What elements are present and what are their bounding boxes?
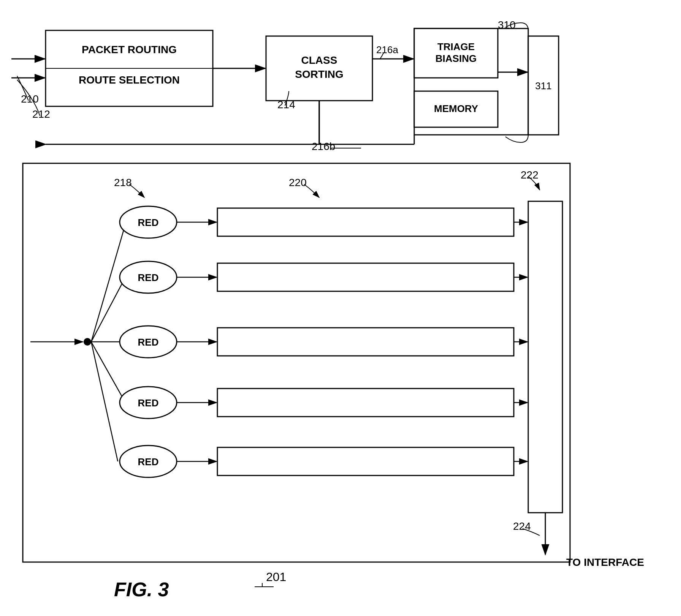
queue-box-4 <box>217 389 514 417</box>
ref-201: 201 <box>266 570 286 584</box>
red-label-3: RED <box>138 336 159 348</box>
diagram-container: PACKET ROUTING ROUTE SELECTION 210 212 C… <box>0 0 681 616</box>
memory-label: MEMORY <box>434 103 478 114</box>
ref-220: 220 <box>289 177 307 188</box>
red-label-1: RED <box>138 217 159 228</box>
ref-218: 218 <box>114 177 132 188</box>
ref-210: 210 <box>21 93 39 105</box>
class-sorting-label-line1: CLASS <box>301 54 337 66</box>
ref-222: 222 <box>521 169 538 181</box>
figure-label: FIG. 3 <box>114 578 169 600</box>
class-sorting-label-line2: SORTING <box>295 68 344 80</box>
red-label-4: RED <box>138 397 159 409</box>
route-selection-label: ROUTE SELECTION <box>79 74 180 86</box>
triage-biasing-label-line1: TRIAGE <box>437 41 475 52</box>
ref-310: 310 <box>498 19 516 31</box>
queue-box-2 <box>217 263 514 291</box>
red-label-5: RED <box>138 456 159 468</box>
main-diagram-svg: PACKET ROUTING ROUTE SELECTION 210 212 C… <box>0 0 681 616</box>
convergence-point <box>84 338 91 346</box>
red-label-2: RED <box>138 272 159 283</box>
queue-box-1 <box>217 208 514 236</box>
ref-311: 311 <box>535 80 551 92</box>
output-box <box>528 201 562 513</box>
ref-216a: 216a <box>376 44 398 55</box>
to-interface-label: TO INTERFACE <box>566 556 644 568</box>
ref-214: 214 <box>277 99 295 111</box>
packet-routing-label: PACKET ROUTING <box>82 44 177 55</box>
ref-216b: 216b <box>312 141 335 152</box>
queue-box-5 <box>217 447 514 475</box>
queue-box-3 <box>217 328 514 356</box>
triage-biasing-label-line2: BIASING <box>436 53 477 64</box>
ref-212: 212 <box>32 108 50 120</box>
